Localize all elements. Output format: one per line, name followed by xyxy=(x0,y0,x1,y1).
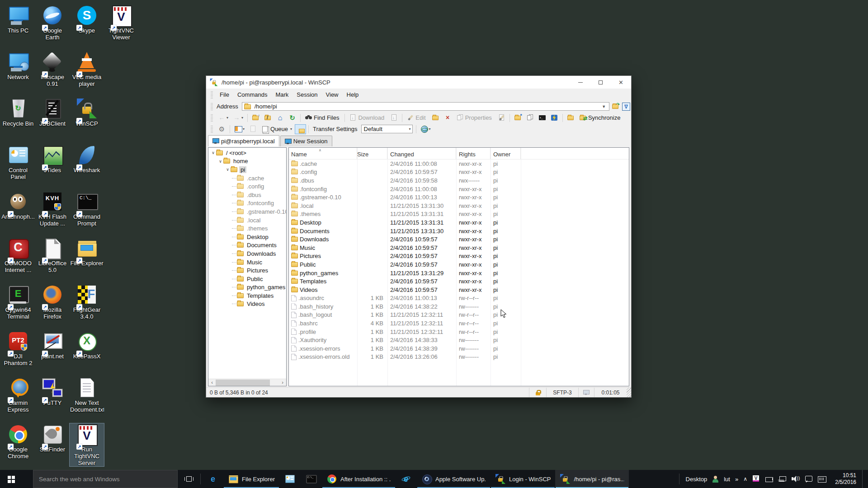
synchronize-button[interactable]: ⇄Synchronize xyxy=(577,113,624,123)
desktop-icon-this-pc[interactable]: This PC xyxy=(1,5,35,34)
file-row-downloads[interactable]: Downloads2/4/2016 10:59:57rwxr-xr-xpi xyxy=(289,235,629,244)
desktop-icon-command-prompt[interactable]: C:\_↗Command Prompt xyxy=(70,191,104,227)
taskbar-button-edge[interactable]: e xyxy=(202,470,223,488)
tree-item-pictures[interactable]: Pictures xyxy=(208,266,286,275)
tree-item-root[interactable]: ∨/ <root> xyxy=(208,149,286,157)
network-icon[interactable] xyxy=(778,475,787,483)
menu-file[interactable]: File xyxy=(216,91,233,98)
column-header-owner[interactable]: Owner xyxy=(491,148,521,159)
encryption-status[interactable] xyxy=(529,388,546,397)
desktop-icon-network[interactable]: Network xyxy=(1,51,35,80)
session-tab-pi-raspberrypi-local[interactable]: pi@raspberrypi.local xyxy=(208,135,279,146)
chevron-down-icon[interactable]: ▾ xyxy=(243,127,245,131)
file-row-local[interactable]: .local11/21/2015 13:31:30rwxr-xr-xpi xyxy=(289,202,629,210)
tree-item-music[interactable]: Music xyxy=(208,258,286,267)
desktop-icon-garmin-express[interactable]: ↗Garmin Express xyxy=(1,377,35,413)
forward-arrow-button[interactable]: →▾ xyxy=(231,113,245,123)
tree-item-templates[interactable]: Templates xyxy=(208,291,286,300)
properties-button[interactable]: ✓ xyxy=(496,113,507,123)
open-directory-button[interactable] xyxy=(430,113,441,123)
taskbar-button-file-explorer[interactable]: File Explorer xyxy=(223,470,279,488)
chevron-down-icon[interactable]: ▾ xyxy=(226,116,228,120)
tree-item-themes[interactable]: .themes xyxy=(208,224,286,233)
parent-directory-button[interactable]: ↑ xyxy=(250,113,261,123)
scroll-left-icon[interactable]: ‹ xyxy=(208,379,216,386)
home-directory-button[interactable]: ⌂ xyxy=(274,113,286,123)
protocol-status[interactable]: SFTP-3 xyxy=(546,388,578,397)
close-button[interactable]: ✕ xyxy=(611,76,631,89)
column-header-rights[interactable]: Rights xyxy=(456,148,491,159)
tree-item-desktop[interactable]: Desktop xyxy=(208,233,286,241)
preferences-button[interactable]: ⚙ xyxy=(216,124,227,134)
commander-view-button[interactable]: ▾ xyxy=(232,124,246,134)
desktop-icon-file-explorer[interactable]: ↗File Explorer xyxy=(70,237,104,267)
taskbar-button-internet-explorer[interactable]: e xyxy=(396,470,417,488)
desktop-icon-wireshark[interactable]: ↗Wireshark xyxy=(70,144,104,174)
chevron-down-icon[interactable]: ▾ xyxy=(429,127,431,131)
tree-item-documents[interactable]: Documents xyxy=(208,241,286,250)
desktop-icon-dji-phantom-2-vision-as[interactable]: PT2↗DJI Phantom 2 Vision As... xyxy=(1,330,35,367)
tree-item-dbus[interactable]: .dbus xyxy=(208,191,286,199)
tree-horizontal-scrollbar[interactable]: ‹ › xyxy=(208,379,286,386)
chevron-down-icon[interactable]: ▾ xyxy=(241,116,243,120)
toolbar-grip[interactable] xyxy=(211,126,213,133)
file-row-config[interactable]: .config2/4/2016 10:59:57rwxr-xr-xpi xyxy=(289,168,629,177)
address-dropdown-icon[interactable]: ▼ xyxy=(600,104,607,109)
file-row-pictures[interactable]: Pictures2/4/2016 10:59:57rwxr-xr-xpi xyxy=(289,252,629,261)
create-directory-button[interactable]: * xyxy=(512,113,524,123)
file-row-bashrc[interactable]: .bashrc4 KB11/21/2015 12:32:11rw-r--r--p… xyxy=(289,319,629,328)
find-files-button[interactable]: Find Files xyxy=(303,113,342,123)
user-toolbar-label[interactable]: lut xyxy=(724,476,730,483)
toolbar-grip[interactable] xyxy=(211,114,213,122)
tree-item-fontconfig[interactable]: .fontconfig xyxy=(208,199,286,208)
tree-item-downloads[interactable]: Downloads xyxy=(208,249,286,258)
tree-item-gstreamer-0-10[interactable]: .gstreamer-0.10 xyxy=(208,207,286,216)
expand-caret-icon[interactable]: ∨ xyxy=(210,150,216,155)
file-row-xauthority[interactable]: .Xauthority1 KB2/4/2016 14:38:33rw------… xyxy=(289,336,629,344)
desktop-icon-control-panel[interactable]: Control Panel xyxy=(1,144,35,180)
file-row-public[interactable]: Public2/4/2016 10:59:57rwxr-xr-xpi xyxy=(289,260,629,269)
minimize-button[interactable] xyxy=(570,76,590,89)
tightvnc-icon[interactable] xyxy=(752,475,760,483)
desktop-icon-run-tightvnc-server[interactable]: V↗Run TightVNC Server xyxy=(70,423,104,466)
desktop-icon-paint-net[interactable]: ↗paint.net xyxy=(35,330,70,360)
chevron-down-icon[interactable]: ▾ xyxy=(290,127,292,131)
toolbar-grip[interactable] xyxy=(211,91,213,99)
desktop-icon-new-text-document-txt[interactable]: New Text Document.txt xyxy=(70,377,104,413)
session-tab-new-session[interactable]: New Session xyxy=(280,136,332,146)
refresh-button[interactable]: ↻ xyxy=(287,113,298,123)
desktop-icon-kvh-flash-update[interactable]: KVH↗KVH Flash Update ... xyxy=(35,191,70,227)
taskbar-button-winscp-login[interactable]: Login - WinSCP xyxy=(491,470,555,488)
desktop-icon-winscp[interactable]: ↗WinSCP xyxy=(70,98,104,127)
desktop-icon-keepassx[interactable]: X↗KeePassX xyxy=(70,330,104,360)
desktop-icon-inkscape-0-91[interactable]: ↗Inkscape 0.91 xyxy=(35,51,70,87)
taskbar-button-command-prompt[interactable]: C:\_ xyxy=(301,470,322,488)
file-list-panel[interactable]: ∧NameSizeChangedRightsOwner .cache2/4/20… xyxy=(288,147,629,386)
column-header-changed[interactable]: Changed xyxy=(387,148,456,159)
title-bar[interactable]: /home/pi - pi@raspberrypi.local - WinSCP… xyxy=(206,76,631,89)
execute-button[interactable] xyxy=(549,113,560,123)
desktop-icon-cygwin64-terminal[interactable]: E↗Cygwin64 Terminal xyxy=(1,284,35,320)
root-directory-button[interactable]: / xyxy=(262,113,274,123)
menu-session[interactable]: Session xyxy=(292,91,321,98)
expand-caret-icon[interactable]: ∨ xyxy=(217,159,223,164)
file-row-dbus[interactable]: .dbus2/4/2016 10:59:58rwx------pi xyxy=(289,176,629,185)
desktop-icon-flightgear-3-4-0[interactable]: F↗FlightGear 3.4.0 xyxy=(70,284,104,320)
file-row-videos[interactable]: Videos2/4/2016 10:59:57rwxr-xr-xpi xyxy=(289,286,629,294)
session-status[interactable] xyxy=(578,388,594,397)
desktop-icon-google-chrome[interactable]: ↗Google Chrome xyxy=(1,423,35,460)
desktop-icon-vlc-media-player[interactable]: ↗VLC media player xyxy=(70,51,104,87)
transfer-settings-combobox[interactable]: Default▾ xyxy=(361,125,413,133)
menu-view[interactable]: View xyxy=(322,91,343,98)
menu-help[interactable]: Help xyxy=(343,91,363,98)
taskbar-button-chrome-after-installation[interactable]: After Installation :: ... xyxy=(322,470,396,488)
start-button[interactable] xyxy=(0,470,22,488)
download-and-delete-button[interactable]: ↓ xyxy=(388,113,400,123)
desktop-icon-arachnoph[interactable]: ↗Arachnoph... xyxy=(1,191,35,220)
open-terminal-button[interactable] xyxy=(537,113,548,123)
file-row-cache[interactable]: .cache2/4/2016 11:00:08rwxr-xr-xpi xyxy=(289,160,629,168)
file-row-themes[interactable]: .themes11/21/2015 13:31:31rwxr-xr-xpi xyxy=(289,210,629,219)
file-row-xsession-errors[interactable]: .xsession-errors1 KB2/4/2016 14:38:39rw-… xyxy=(289,344,629,353)
volume-icon[interactable]: )) xyxy=(792,475,800,483)
back-arrow-button[interactable]: ←▾ xyxy=(216,113,230,123)
